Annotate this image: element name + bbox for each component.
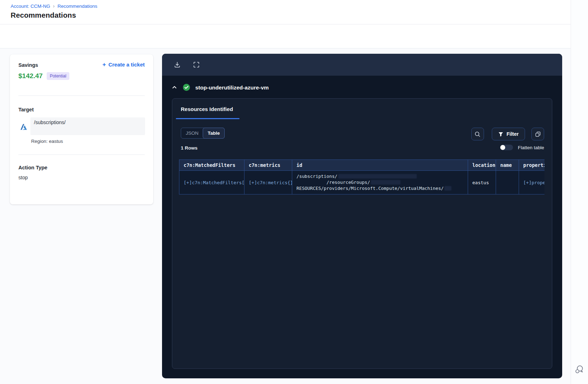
- flatten-table-label: Flatten table: [518, 145, 544, 150]
- page-title: Recommendations: [11, 11, 76, 19]
- id-line-1: /subscriptions/: [296, 173, 338, 179]
- table-row: [+]c7n:MatchedFilters[] [+]c7n:metrics{}…: [179, 170, 544, 194]
- download-button[interactable]: [173, 61, 181, 69]
- column-header-properties: properties: [519, 160, 544, 170]
- target-path: /subscriptions/: [34, 120, 65, 125]
- breadcrumb-recommendations-link[interactable]: Recommendations: [57, 4, 97, 9]
- breadcrumb-account-link[interactable]: Account: CCM-NG: [11, 4, 50, 9]
- redacted-text: [371, 180, 400, 185]
- redacted-text: [444, 186, 451, 191]
- card-divider: [18, 95, 145, 96]
- action-type-value: stop: [18, 175, 28, 180]
- savings-label: Savings: [18, 62, 38, 68]
- azure-icon: [20, 123, 28, 131]
- rule-header: stop-underutilized-azure-vm Last evaluat…: [0, 24, 588, 48]
- panel-rule-row: stop-underutilized-azure-vm: [162, 76, 562, 99]
- summary-card: Savings + Create a ticket $142.47 Potent…: [10, 54, 153, 204]
- breadcrumb: Account: CCM-NG › Recommendations: [11, 3, 97, 9]
- tab-resources-identified[interactable]: Resources Identified: [181, 106, 233, 112]
- column-header-id: id: [292, 160, 468, 170]
- collapse-button[interactable]: [171, 84, 178, 91]
- matchedfilters-expander-cell[interactable]: [+]c7n:MatchedFilters[]: [179, 171, 244, 194]
- view-mode-toggle: JSON Table: [181, 128, 225, 139]
- recommendations-page: Account: CCM-NG › Recommendations Recomm…: [0, 0, 588, 384]
- fullscreen-icon: [193, 61, 200, 68]
- id-line-2: /resourceGroups/: [296, 179, 370, 185]
- column-header-matchedfilters: c7n:MatchedFilters: [179, 160, 244, 170]
- filter-funnel-icon: [498, 132, 503, 137]
- view-json-button[interactable]: JSON: [181, 128, 203, 138]
- metrics-expander-cell[interactable]: [+]c7n:metrics{}: [244, 171, 292, 194]
- breadcrumb-separator-icon: ›: [53, 3, 55, 9]
- create-ticket-button[interactable]: + Create a ticket: [103, 62, 145, 68]
- search-button[interactable]: [471, 128, 484, 140]
- location-cell: eastus: [468, 171, 496, 194]
- resources-panel: stop-underutilized-azure-vm Resources Id…: [162, 54, 562, 378]
- active-tab-indicator: [176, 118, 240, 119]
- search-icon: [474, 131, 481, 138]
- success-check-icon: [183, 83, 190, 91]
- copy-icon: [535, 131, 541, 138]
- redacted-text: [338, 174, 417, 179]
- filter-button[interactable]: Filter: [492, 128, 525, 140]
- rows-count: 1 Rows: [181, 145, 197, 151]
- column-header-metrics: c7n:metrics: [244, 160, 292, 170]
- column-header-name: name: [496, 160, 519, 170]
- copy-button[interactable]: [531, 128, 544, 140]
- potential-badge: Potential: [47, 72, 70, 80]
- id-line-3: RESOURCES/providers/Microsoft.Compute/vi…: [296, 185, 444, 191]
- properties-expander-cell[interactable]: [+]properties{}: [519, 171, 544, 194]
- flatten-table-toggle[interactable]: [500, 145, 513, 150]
- panel-rule-title: stop-underutilized-azure-vm: [195, 85, 269, 91]
- card-divider: [18, 155, 145, 155]
- download-icon: [174, 61, 181, 68]
- id-cell: /subscriptions/ /resourceGroups/ RESOURC…: [292, 171, 468, 194]
- fullscreen-button[interactable]: [192, 61, 200, 69]
- name-cell: [496, 171, 519, 194]
- feedback-chat-icon[interactable]: [574, 364, 584, 375]
- action-type-label: Action Type: [18, 165, 47, 170]
- chevron-up-icon: [172, 85, 177, 90]
- panel-toolbar: [162, 54, 562, 76]
- results-table: c7n:MatchedFilters c7n:metrics id locati…: [179, 159, 544, 195]
- target-label: Target: [18, 107, 34, 112]
- filter-label: Filter: [507, 131, 519, 137]
- table-header-row: c7n:MatchedFilters c7n:metrics id locati…: [179, 160, 544, 170]
- view-table-button[interactable]: Table: [203, 128, 225, 139]
- target-region: Region: eastus: [31, 139, 63, 144]
- create-ticket-label: Create a ticket: [108, 62, 145, 68]
- top-header: Account: CCM-NG › Recommendations Recomm…: [0, 0, 588, 24]
- savings-amount: $142.47: [18, 72, 43, 80]
- plus-icon: +: [103, 62, 106, 68]
- right-gutter: [571, 0, 588, 384]
- column-header-location: location: [468, 160, 496, 170]
- resources-identified-section: Resources Identified JSON Table Filter: [172, 98, 552, 369]
